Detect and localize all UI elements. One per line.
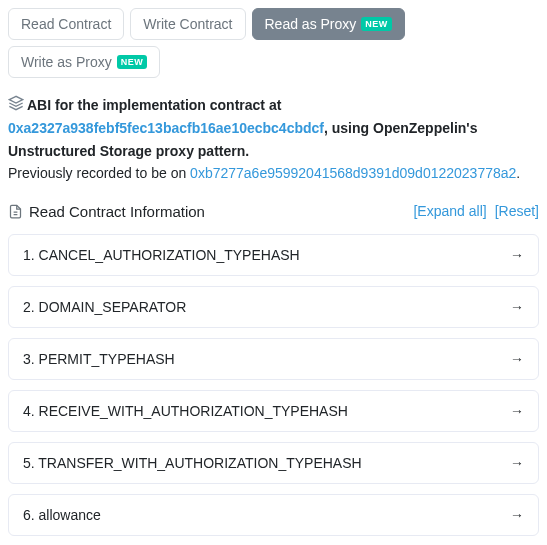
arrow-right-icon: → — [510, 507, 524, 523]
abi-info-prev: Previously recorded to be on 0xb7277a6e9… — [8, 162, 539, 184]
new-badge: NEW — [117, 55, 148, 69]
abi-info-line2: Unstructured Storage proxy pattern. — [8, 140, 539, 162]
func-label: 4. RECEIVE_WITH_AUTHORIZATION_TYPEHASH — [23, 403, 348, 419]
func-row[interactable]: 6. allowance→ — [8, 494, 539, 536]
tab-label: Read as Proxy — [265, 16, 357, 32]
abi-info-block: ABI for the implementation contract at 0… — [8, 94, 539, 185]
abi-info-line1: ABI for the implementation contract at 0… — [8, 94, 539, 140]
func-row[interactable]: 4. RECEIVE_WITH_AUTHORIZATION_TYPEHASH→ — [8, 390, 539, 432]
func-row[interactable]: 1. CANCEL_AUTHORIZATION_TYPEHASH→ — [8, 234, 539, 276]
reset-link[interactable]: [Reset] — [495, 203, 539, 219]
section-title-wrap: Read Contract Information — [8, 203, 205, 220]
suffix: . — [516, 165, 520, 181]
expand-all-link[interactable]: [Expand all] — [413, 203, 486, 219]
arrow-right-icon: → — [510, 247, 524, 263]
tab-label: Read Contract — [21, 16, 111, 32]
document-icon — [8, 204, 23, 219]
arrow-right-icon: → — [510, 455, 524, 471]
func-row[interactable]: 5. TRANSFER_WITH_AUTHORIZATION_TYPEHASH→ — [8, 442, 539, 484]
prev-prefix: Previously recorded to be on — [8, 165, 190, 181]
func-label: 3. PERMIT_TYPEHASH — [23, 351, 175, 367]
tab-write-proxy[interactable]: Write as ProxyNEW — [8, 46, 160, 78]
func-row[interactable]: 2. DOMAIN_SEPARATOR→ — [8, 286, 539, 328]
tab-row: Read Contract Write Contract Read as Pro… — [8, 8, 539, 78]
func-label: 1. CANCEL_AUTHORIZATION_TYPEHASH — [23, 247, 300, 263]
section-actions: [Expand all] [Reset] — [413, 203, 539, 219]
accordion-list: 1. CANCEL_AUTHORIZATION_TYPEHASH→ 2. DOM… — [8, 234, 539, 545]
func-label: 2. DOMAIN_SEPARATOR — [23, 299, 186, 315]
func-row[interactable]: 3. PERMIT_TYPEHASH→ — [8, 338, 539, 380]
section-title: Read Contract Information — [29, 203, 205, 220]
pattern-text: Unstructured Storage proxy pattern. — [8, 143, 249, 159]
arrow-right-icon: → — [510, 403, 524, 419]
tab-label: Write as Proxy — [21, 54, 112, 70]
abi-mid: , using OpenZeppelin's — [324, 120, 477, 136]
tab-label: Write Contract — [143, 16, 232, 32]
prev-address-link[interactable]: 0xb7277a6e95992041568d9391d09d0122023778… — [190, 165, 516, 181]
abi-prefix: ABI for the implementation contract at — [27, 97, 281, 113]
func-label: 6. allowance — [23, 507, 101, 523]
layers-icon — [8, 95, 24, 117]
tab-read-proxy[interactable]: Read as ProxyNEW — [252, 8, 405, 40]
section-header: Read Contract Information [Expand all] [… — [8, 203, 539, 220]
arrow-right-icon: → — [510, 299, 524, 315]
arrow-right-icon: → — [510, 351, 524, 367]
func-label: 5. TRANSFER_WITH_AUTHORIZATION_TYPEHASH — [23, 455, 362, 471]
impl-address-link[interactable]: 0xa2327a938febf5fec13bacfb16ae10ecbc4cbd… — [8, 120, 324, 136]
tab-read-contract[interactable]: Read Contract — [8, 8, 124, 40]
tab-write-contract[interactable]: Write Contract — [130, 8, 245, 40]
new-badge: NEW — [361, 17, 392, 31]
